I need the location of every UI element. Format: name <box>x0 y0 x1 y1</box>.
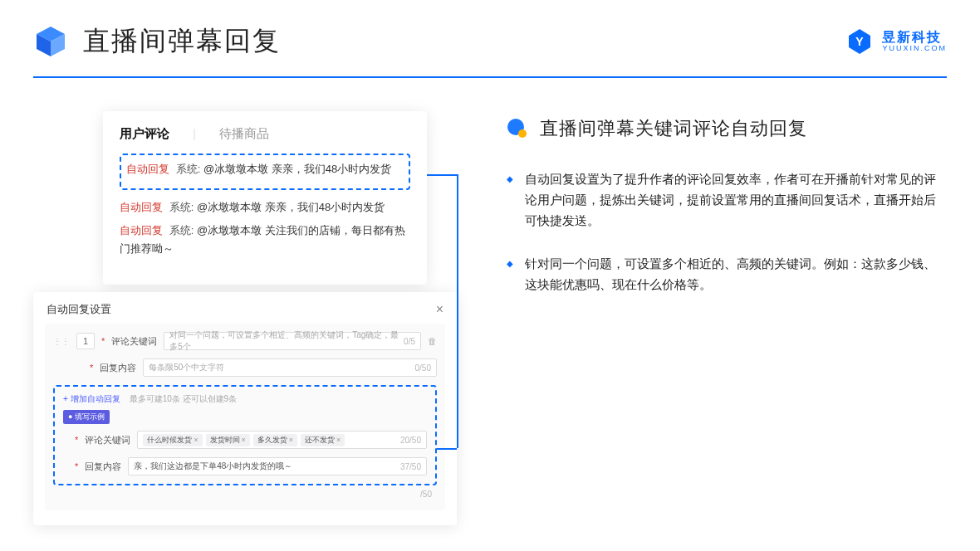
chat-bubble-icon <box>507 118 528 139</box>
tab-user-comments[interactable]: 用户评论 <box>120 126 169 142</box>
brand-block: Y 昱新科技 YUUXIN.COM <box>845 27 947 56</box>
settings-panel: 自动回复设置 × ⋮⋮ 1 * 评论关键词 对同一个问题，可设置多个相近、高频的… <box>33 292 457 525</box>
keyword-input[interactable]: 对同一个问题，可设置多个相近、高频的关键词，Tag确定，最多5个 0/5 <box>164 332 421 350</box>
add-auto-reply-link[interactable]: + 增加自动回复 <box>63 394 120 403</box>
example-content-label: 回复内容 <box>85 461 121 473</box>
add-hint: 最多可建10条 还可以创建9条 <box>130 394 237 403</box>
required-star: * <box>75 435 78 445</box>
keyword-counter: 0/5 <box>404 337 415 346</box>
brand-name: 昱新科技 <box>882 30 947 45</box>
example-content-value: 亲，我们这边都是下单48小时内发货的哦～ <box>134 461 292 472</box>
connector-line <box>427 174 457 176</box>
bullet-item: 针对同一个问题，可设置多个相近的、高频的关键词。例如：这款多少钱、这块能优惠吗、… <box>507 254 947 295</box>
tab-divider: | <box>193 126 196 142</box>
highlighted-comment: 自动回复 系统: @冰墩墩本墩 亲亲，我们48小时内发货 <box>120 154 410 190</box>
keyword-placeholder: 对同一个问题，可设置多个相近、高频的关键词，Tag确定，最多5个 <box>169 329 404 353</box>
keyword-tag[interactable]: 还不发货× <box>301 434 345 446</box>
settings-title: 自动回复设置 <box>47 302 111 317</box>
content-input[interactable]: 每条限50个中文字符 0/50 <box>143 358 437 377</box>
keyword-label: 评论关键词 <box>111 335 157 348</box>
drag-handle-icon[interactable]: ⋮⋮ <box>53 337 70 346</box>
required-star: * <box>75 461 78 471</box>
required-star: * <box>101 336 105 346</box>
comments-panel: 用户评论 | 待播商品 自动回复 系统: @冰墩墩本墩 亲亲，我们48小时内发货… <box>103 111 427 285</box>
keyword-tag[interactable]: 发货时间× <box>206 434 250 446</box>
example-kw-counter: 20/50 <box>400 436 421 445</box>
auto-reply-tag: 自动回复 <box>126 163 169 175</box>
comment-text: @冰墩墩本墩 亲亲，我们48小时内发货 <box>197 201 385 213</box>
content-label: 回复内容 <box>100 362 136 374</box>
delete-icon[interactable]: 🗑 <box>428 336 437 346</box>
example-keyword-label: 评论关键词 <box>85 434 130 446</box>
system-label: 系统: <box>176 163 201 175</box>
connector-line <box>437 448 457 450</box>
close-icon[interactable]: × <box>436 302 443 317</box>
keyword-tag[interactable]: 什么时候发货× <box>143 434 202 446</box>
connector-line <box>457 174 458 448</box>
example-section: + 增加自动回复 最多可建10条 还可以创建9条 ● 填写示例 * 评论关键词 … <box>53 385 437 485</box>
required-star: * <box>90 363 93 373</box>
system-label: 系统: <box>169 201 194 213</box>
section-title: 直播间弹幕关键词评论自动回复 <box>540 116 807 141</box>
extra-counter: /50 <box>420 490 432 499</box>
page-title: 直播间弹幕回复 <box>83 23 281 60</box>
brand-logo-icon: Y <box>845 27 874 56</box>
example-badge: ● 填写示例 <box>63 410 110 424</box>
example-keyword-input[interactable]: 什么时候发货×发货时间×多久发货×还不发货× 20/50 <box>137 431 427 449</box>
bullet-item: 自动回复设置为了提升作者的评论回复效率，作者可在开播前针对常见的评论用户问题，提… <box>507 169 947 231</box>
brand-sub: YUUXIN.COM <box>882 45 947 53</box>
content-counter: 0/50 <box>415 363 431 373</box>
comment-text: @冰墩墩本墩 亲亲，我们48小时内发货 <box>203 163 391 175</box>
svg-text:Y: Y <box>856 35 865 48</box>
system-label: 系统: <box>169 224 194 236</box>
auto-reply-tag: 自动回复 <box>120 224 163 236</box>
tab-pending-goods[interactable]: 待播商品 <box>219 126 269 142</box>
svg-point-5 <box>518 129 527 138</box>
index-box: 1 <box>76 333 95 349</box>
example-ct-counter: 37/50 <box>400 462 421 471</box>
auto-reply-tag: 自动回复 <box>120 201 163 213</box>
keyword-tag[interactable]: 多久发货× <box>253 434 297 446</box>
content-placeholder: 每条限50个中文字符 <box>149 362 224 373</box>
example-content-input[interactable]: 亲，我们这边都是下单48小时内发货的哦～ 37/50 <box>128 457 427 475</box>
cube-logo-icon <box>33 24 68 59</box>
